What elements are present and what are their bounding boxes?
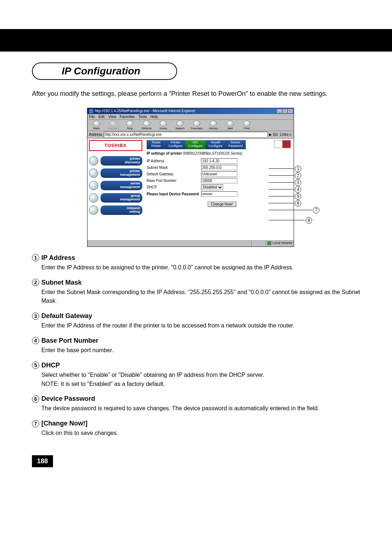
callout-7: 7 (269, 207, 319, 213)
toolbar-refresh-button[interactable]: Refresh (139, 121, 154, 130)
netpanel-page: TOSHIBA printerdiscoveryprintermanagemen… (87, 139, 294, 240)
header-black-bar (0, 29, 392, 52)
definition-number: 6 (32, 395, 39, 403)
label-base-port: Base Port Number (147, 179, 201, 183)
stop-icon (126, 121, 134, 126)
definition-body: The device password is required to save … (32, 404, 360, 413)
address-bar: Address ▶ Go Links » (87, 131, 294, 139)
definition-title: IP Address (41, 254, 75, 262)
toolbar-search-button[interactable]: Search (172, 121, 188, 130)
label-ip-address: IP Address (147, 159, 201, 163)
definition-number: 7 (32, 420, 39, 427)
netpanel-sidebar: TOSHIBA printerdiscoveryprintermanagemen… (87, 139, 144, 240)
menu-favorites[interactable]: Favorites (120, 115, 135, 119)
definition-title: Device Password (41, 395, 95, 403)
menu-view[interactable]: View (108, 115, 116, 119)
toolbar-print-button[interactable]: Print (239, 121, 254, 130)
select-dhcp[interactable]: Disabled (201, 184, 223, 190)
definition-4: 4Base Port NumberEnter the base port num… (32, 337, 360, 355)
sidebar-item-netpanel-setting[interactable]: netpanelsetting (89, 205, 142, 215)
callout-8: 8 (269, 217, 319, 224)
callout-1: 1 (269, 166, 319, 172)
print-icon (243, 121, 250, 126)
page-content: IP Configuration After you modify the se… (0, 52, 392, 482)
nav-icon (89, 193, 98, 203)
toolbar-forward-button: Forward (106, 121, 121, 130)
toolbar-mail-button[interactable]: Mail (222, 121, 238, 130)
status-left (87, 241, 252, 247)
language-flag-icon[interactable] (274, 140, 291, 148)
minimize-button[interactable]: _ (277, 109, 282, 113)
input-device-password[interactable] (201, 191, 237, 197)
section-title: IP Configuration (62, 65, 140, 77)
label-device-password: Please Input Device Password (147, 192, 201, 196)
sidebar-item-server-management[interactable]: servermanagement (89, 181, 142, 190)
definition-title: [Change Now!] (41, 420, 87, 427)
back-icon (93, 121, 100, 126)
maximize-button[interactable]: □ (282, 109, 287, 113)
change-now-button[interactable]: Change Now! (208, 201, 236, 207)
section-title-pill: IP Configuration (32, 62, 177, 80)
definition-2: 2Subnet MaskEnter the Subnet Mask corres… (32, 279, 360, 306)
refresh-icon (143, 121, 150, 126)
menu-bar: File Edit View Favorites Tools Help (87, 114, 294, 120)
toolbar-back-button[interactable]: Back (89, 121, 104, 130)
favorites-icon (193, 121, 200, 126)
input-default-gateway[interactable] (201, 171, 237, 177)
ie-icon (89, 109, 93, 113)
tab-printer-configure[interactable]: PrinterConfigure (166, 140, 185, 149)
home-icon (160, 121, 167, 126)
callout-annotations: 12345678 (269, 166, 319, 224)
window-titlebar: http://192.1.4.25/NetPanel/cgi.exe - Mic… (87, 108, 294, 114)
tab-reset-printer[interactable]: ResetPrinter (147, 140, 166, 149)
mail-icon (226, 121, 234, 126)
screenshot-figure: http://192.1.4.25/NetPanel/cgi.exe - Mic… (87, 108, 305, 247)
go-button[interactable]: ▶ Go (269, 133, 278, 137)
sidebar-item-printer-management[interactable]: printermanagement (89, 168, 142, 178)
definition-number: 4 (32, 337, 39, 344)
input-subnet-mask[interactable] (201, 165, 237, 170)
ip-settings-heading: IP settings of printer 0080912199B9(e-ST… (147, 151, 291, 155)
callout-4: 4 (269, 186, 319, 193)
definition-7: 7[Change Now!]Click on this to save chan… (32, 420, 360, 438)
callout-3: 3 (269, 179, 319, 186)
definition-5: 5DHCPSelect whether to "Enable" or "Disa… (32, 362, 360, 389)
menu-file[interactable]: File (89, 115, 95, 119)
tab-novell-configure[interactable]: NovellConfigure (205, 140, 225, 149)
window-title: http://192.1.4.25/NetPanel/cgi.exe - Mic… (95, 109, 277, 113)
toolbar-favorites-button[interactable]: Favorites (189, 121, 204, 130)
toolbar-home-button[interactable]: Home (156, 121, 171, 130)
definition-body: Enter the base port number. (32, 346, 360, 355)
label-dhcp: DHCP (147, 185, 201, 189)
definition-title: DHCP (41, 362, 60, 369)
definition-title: Default Gateway (41, 312, 92, 320)
links-button[interactable]: Links » (279, 133, 292, 137)
callout-6: 6 (269, 200, 319, 207)
page-number: 188 (32, 455, 53, 467)
definition-body: Select whether to "Enable" or "Disable" … (32, 371, 360, 389)
netpanel-tabrow: ResetPrinterPrinterConfigureNICConfigure… (147, 140, 291, 149)
forward-icon (110, 121, 117, 126)
tab-device-password[interactable]: DevicePassword (225, 140, 246, 149)
menu-help[interactable]: Help (150, 115, 158, 119)
close-button[interactable]: × (288, 109, 293, 113)
definition-3: 3Default GatewayEnter the IP Address of … (32, 312, 360, 330)
definition-number: 1 (32, 254, 39, 261)
label-subnet-mask: Subnet Mask (147, 166, 201, 170)
menu-tools[interactable]: Tools (138, 115, 147, 119)
address-input[interactable] (104, 132, 268, 138)
label-default-gateway: Default Gateway (147, 172, 201, 176)
menu-edit[interactable]: Edit (98, 115, 105, 119)
definition-number: 3 (32, 313, 39, 320)
toolbar-stop-button[interactable]: Stop (122, 121, 138, 130)
sidebar-item-printer-discovery[interactable]: printerdiscovery (89, 156, 142, 166)
input-ip-address[interactable] (201, 158, 237, 164)
status-bar: Local intranet (87, 240, 294, 247)
toolbar-history-button[interactable]: History (206, 121, 221, 130)
input-base-port[interactable] (201, 178, 237, 183)
history-icon (210, 121, 217, 126)
nav-icon (89, 181, 98, 190)
sidebar-item-group-management[interactable]: groupmanagement (89, 193, 142, 203)
definition-body: Click on this to save changes. (32, 429, 360, 438)
tab-nic-configure[interactable]: NICConfigure (185, 140, 205, 149)
